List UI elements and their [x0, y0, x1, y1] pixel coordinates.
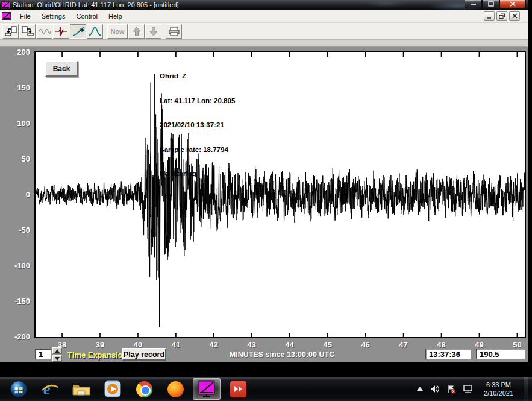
x-axis-tick-label: 49	[467, 340, 491, 349]
print-icon	[167, 26, 181, 37]
y-axis-tick-label: 200	[0, 48, 30, 57]
print-button[interactable]	[166, 24, 182, 39]
menu-settings[interactable]: Settings	[36, 11, 71, 22]
window-title: Station: Ohrid/OHRID Lat: 41.117 Lon: 20…	[13, 1, 179, 8]
phase-pick-button[interactable]	[53, 24, 69, 39]
menu-help[interactable]: Help	[103, 11, 128, 22]
show-hidden-icons-chevron[interactable]	[416, 386, 424, 392]
x-axis-tick-label: 39	[88, 340, 112, 349]
svg-text:P: P	[81, 28, 84, 33]
seismograph-app-taskbar-button[interactable]	[193, 378, 221, 400]
firefox-icon	[167, 381, 184, 397]
mdi-minimize-button[interactable]	[484, 11, 495, 21]
remote-app-button[interactable]	[224, 378, 252, 400]
svg-text:e: e	[43, 380, 51, 398]
seismograph-app-icon	[198, 380, 216, 397]
time-expansion-up-button[interactable]	[52, 347, 62, 354]
windows-start-icon	[10, 380, 28, 398]
app-icon	[1, 1, 10, 9]
mdi-restore-button[interactable]	[496, 11, 507, 21]
play-record-button[interactable]: Play record	[122, 348, 166, 361]
time-expansion-input[interactable]: 1	[35, 349, 51, 359]
scroll-up-button[interactable]	[128, 24, 145, 39]
action-center-flag-icon[interactable]	[446, 385, 456, 394]
folder-icon	[72, 381, 91, 397]
open-record-icon	[4, 26, 17, 37]
waveform-trace	[36, 74, 525, 327]
start-button[interactable]	[5, 378, 33, 400]
seismogram-plot[interactable]: Back Ohrid Z Lat: 41.117 Lon: 20.805 202…	[34, 51, 526, 338]
seismograph-app-window: Station: Ohrid/OHRID Lat: 41.117 Lon: 20…	[0, 0, 528, 363]
y-axis-tick-label: 50	[0, 154, 30, 163]
file-explorer-button[interactable]	[67, 378, 95, 400]
menu-file[interactable]: File	[14, 11, 36, 22]
seismogram-waveform	[36, 52, 525, 337]
annotation-sample-rate: Sample rate: 18.7794	[160, 146, 235, 154]
cursor-time-field[interactable]: 13:37:36	[425, 349, 471, 359]
clock-time: 6:33 PM	[484, 380, 513, 389]
phase-pick-icon	[55, 26, 68, 37]
mdi-close-button[interactable]	[509, 11, 520, 21]
open-record-button[interactable]	[2, 24, 19, 39]
waveform-icon	[38, 26, 51, 37]
toolbar-spacer	[0, 40, 528, 47]
x-axis-tick-label: 43	[240, 340, 264, 349]
menu-bar: File Settings Control Help	[0, 10, 528, 23]
x-axis-tick-label: 44	[278, 340, 302, 349]
travel-time-curve-icon: P	[72, 26, 85, 37]
save-record-button[interactable]	[19, 24, 36, 39]
y-axis-tick-label: 150	[0, 83, 30, 92]
chrome-icon	[136, 381, 152, 397]
media-player-icon	[104, 380, 121, 397]
time-expansion-label: Time Expansion	[67, 350, 127, 359]
now-button[interactable]: Now	[107, 24, 128, 39]
save-record-icon	[21, 26, 34, 37]
scroll-up-icon	[131, 26, 142, 37]
gaussian-filter-button[interactable]	[87, 24, 103, 39]
scroll-down-button[interactable]	[145, 24, 161, 39]
windows-taskbar: e	[0, 377, 532, 401]
title-bar: Station: Ohrid/OHRID Lat: 41.117 Lon: 20…	[0, 0, 528, 10]
network-icon[interactable]	[463, 385, 474, 394]
desktop: Station: Ohrid/OHRID Lat: 41.117 Lon: 20…	[0, 0, 532, 401]
y-axis-tick-label: 100	[0, 119, 30, 128]
show-desktop-button[interactable]	[524, 377, 528, 401]
media-player-button[interactable]	[99, 378, 127, 400]
back-button[interactable]: Back	[45, 61, 78, 77]
maximize-button[interactable]	[482, 0, 499, 8]
gaussian-curve-icon	[89, 26, 102, 37]
volume-icon[interactable]	[430, 385, 440, 393]
x-axis-tick-label: 45	[316, 340, 340, 349]
clock-date: 2/10/2021	[484, 389, 513, 397]
spinner-up-icon	[55, 349, 60, 353]
close-button[interactable]	[499, 0, 526, 8]
internet-explorer-button[interactable]: e	[36, 378, 64, 400]
annotation-datetime: 2021/02/10 13:37:21	[160, 121, 235, 130]
cursor-amplitude-field[interactable]: 190.5	[476, 349, 525, 359]
mdi-child-icon	[2, 12, 11, 20]
annotation-station: Ohrid Z	[160, 72, 235, 81]
firefox-button[interactable]	[161, 378, 189, 400]
time-expansion-down-button[interactable]	[52, 355, 62, 362]
chrome-button[interactable]	[130, 378, 158, 400]
x-axis-caption: MINUTES since 13:00:00 UTC	[210, 350, 354, 359]
taskbar-clock[interactable]: 6:33 PM 2/10/2021	[484, 380, 513, 397]
remote-app-icon	[230, 381, 246, 397]
x-axis-tick-label: 50	[505, 340, 529, 349]
minimize-button[interactable]	[465, 0, 482, 8]
spinner-down-icon	[55, 357, 60, 361]
y-axis-tick-label: -100	[0, 261, 30, 270]
travel-time-curve-button[interactable]: P	[70, 24, 86, 39]
x-axis-tick-label: 46	[354, 340, 378, 349]
seismogram-view: Back Ohrid Z Lat: 41.117 Lon: 20.805 202…	[0, 47, 528, 362]
x-axis-tick-label: 42	[202, 340, 226, 349]
annotation-filtering: No filtering	[160, 170, 235, 178]
menu-control[interactable]: Control	[70, 11, 102, 22]
waveform-view-button[interactable]	[36, 24, 52, 39]
scroll-down-icon	[148, 26, 159, 37]
x-axis-tick-label: 48	[430, 340, 454, 349]
x-axis-tick-label: 41	[164, 340, 188, 349]
toolbar: P Now	[0, 23, 528, 40]
system-tray: 6:33 PM 2/10/2021	[416, 377, 532, 401]
y-axis-tick-label: -150	[0, 297, 30, 306]
